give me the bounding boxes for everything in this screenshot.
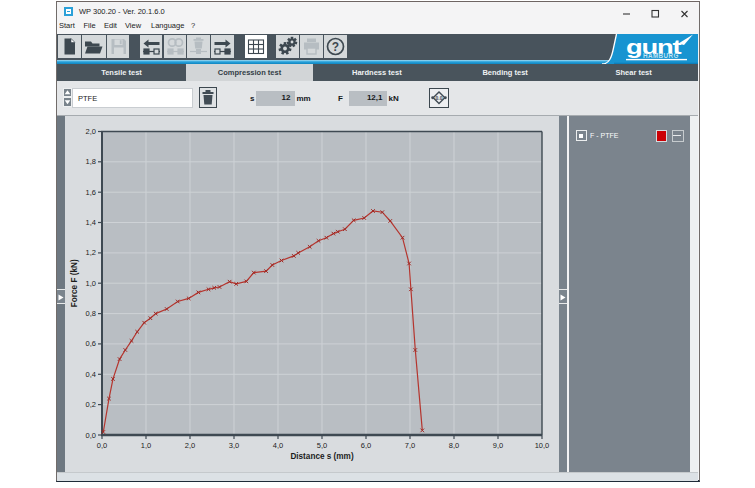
svg-text:?: ? xyxy=(332,40,339,54)
svg-text:6,0: 6,0 xyxy=(360,441,370,450)
svg-text:5,0: 5,0 xyxy=(316,441,326,450)
svg-text:7,0: 7,0 xyxy=(404,441,414,450)
svg-text:0.0: 0.0 xyxy=(436,95,443,101)
svg-text:1,6: 1,6 xyxy=(85,188,95,197)
svg-text:9,0: 9,0 xyxy=(492,441,502,450)
svg-text:1,0: 1,0 xyxy=(85,279,95,288)
svg-text:2,0: 2,0 xyxy=(184,441,194,450)
svg-text:1,4: 1,4 xyxy=(85,218,95,227)
svg-text:2,0: 2,0 xyxy=(85,127,95,136)
svg-text:1,0: 1,0 xyxy=(140,441,150,450)
svg-text:Force F (kN): Force F (kN) xyxy=(70,259,79,307)
svg-text:0,2: 0,2 xyxy=(85,400,95,409)
svg-text:1,8: 1,8 xyxy=(85,157,95,166)
svg-text:3,0: 3,0 xyxy=(228,441,238,450)
svg-text:0,4: 0,4 xyxy=(85,370,95,379)
svg-text:HAMBURG: HAMBURG xyxy=(643,52,679,59)
svg-text:8,0: 8,0 xyxy=(448,441,458,450)
svg-text:0,0: 0,0 xyxy=(85,431,95,440)
svg-text:0,6: 0,6 xyxy=(85,339,95,348)
svg-text:1,2: 1,2 xyxy=(85,248,95,257)
svg-text:Distance s (mm): Distance s (mm) xyxy=(290,452,354,461)
svg-text:4,0: 4,0 xyxy=(272,441,282,450)
svg-text:0,8: 0,8 xyxy=(85,309,95,318)
svg-text:0,0: 0,0 xyxy=(96,441,106,450)
svg-text:10,0: 10,0 xyxy=(534,441,549,450)
